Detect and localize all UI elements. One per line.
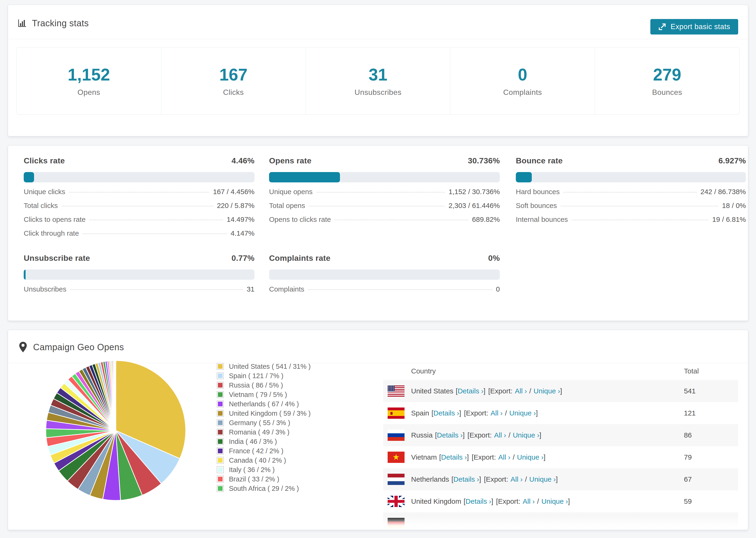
export-all-link[interactable]: All› — [515, 387, 527, 395]
table-row: Russia [Details›] [Export:All›/Unique›] … — [383, 424, 738, 446]
rate-title: Clicks rate — [24, 156, 65, 165]
legend-item[interactable]: United States ( 541 / 31% ) — [217, 362, 311, 371]
details-link[interactable]: Details› — [465, 497, 491, 506]
export-unique-link[interactable]: Unique› — [513, 431, 539, 439]
table-row: United States [Details›] [Export:All›/Un… — [383, 380, 738, 402]
summary-tile-complaints: 0 Complaints — [450, 47, 595, 114]
export-all-link[interactable]: All› — [491, 409, 503, 417]
details-link[interactable]: Details› — [433, 409, 459, 417]
rate-row: Soft bounces18 / 0% — [516, 202, 746, 215]
rate-title: Bounce rate — [516, 156, 563, 165]
bounce-rate-progressbar — [516, 172, 746, 183]
country-name: United States — [411, 387, 453, 395]
export-all-link[interactable]: All› — [523, 497, 535, 506]
us-flag-icon — [388, 385, 405, 397]
rate-row: Complaints0 — [269, 285, 500, 299]
vn-flag-icon — [388, 452, 405, 463]
rate-value: 0.77% — [232, 253, 254, 263]
export-all-link[interactable]: All› — [511, 475, 523, 483]
legend-swatch — [217, 457, 224, 464]
table-row: Netherlands [Details›] [Export:All›/Uniq… — [383, 468, 738, 490]
legend-item[interactable]: Germany ( 55 / 3% ) — [217, 418, 311, 427]
gb-flag-icon — [388, 496, 405, 507]
legend-swatch — [217, 401, 224, 407]
legend-item[interactable]: India ( 46 / 3% ) — [217, 437, 311, 446]
legend-swatch — [217, 485, 224, 492]
table-row: Vietnam [Details›] [Export:All›/Unique›]… — [383, 446, 738, 468]
legend-item[interactable]: Romania ( 49 / 3% ) — [217, 427, 311, 437]
total-value: 67 — [684, 468, 692, 490]
complaints-rate-progressbar — [269, 269, 500, 280]
export-unique-link[interactable]: Unique› — [509, 409, 536, 417]
country-name: Vietnam — [411, 453, 437, 461]
export-unique-link[interactable]: Unique› — [517, 453, 544, 461]
rates-card: Clicks rate 4.46% Unique clicks167 / 4.4… — [8, 145, 748, 321]
legend-swatch — [217, 429, 224, 436]
table-header: Country Total — [383, 365, 738, 380]
map-pin-icon — [19, 341, 27, 353]
legend-item[interactable]: Italy ( 36 / 2% ) — [217, 465, 311, 474]
export-basic-stats-button[interactable]: Export basic stats — [650, 19, 738, 34]
clicks-rate-block: Clicks rate 4.46% Unique clicks167 / 4.4… — [24, 156, 254, 243]
es-flag-icon — [388, 407, 405, 419]
bar-chart-icon — [17, 18, 27, 28]
details-link[interactable]: Details› — [458, 387, 483, 395]
nl-flag-icon — [388, 474, 405, 485]
export-unique-link[interactable]: Unique› — [534, 387, 560, 395]
geo-header: Campaign Geo Opens — [19, 341, 124, 353]
rate-row: Clicks to opens rate14.497% — [24, 215, 254, 229]
geo-table: Country Total United States [Details›] [… — [383, 365, 738, 530]
rate-row: Total opens2,303 / 61.446% — [269, 202, 500, 215]
rate-title: Unsubscribe rate — [24, 253, 90, 263]
bounces-count: 279 — [653, 65, 681, 84]
legend-swatch — [217, 438, 224, 445]
export-all-link[interactable]: All› — [498, 453, 510, 461]
rate-value: 30.736% — [468, 156, 500, 165]
legend-item[interactable]: Netherlands ( 67 / 4% ) — [217, 399, 311, 409]
legend-item[interactable]: United Kingdom ( 59 / 3% ) — [217, 409, 311, 418]
table-row: Spain [Details›] [Export:All›/Unique›] 1… — [383, 402, 738, 424]
export-unique-link[interactable]: Unique› — [529, 475, 556, 483]
export-all-link[interactable]: All› — [494, 431, 506, 439]
de-flag-icon — [388, 518, 405, 529]
summary-tiles: 1,152 Opens 167 Clicks 31 Unsubscribes 0… — [17, 47, 739, 115]
legend-item[interactable]: France ( 42 / 2% ) — [217, 446, 311, 456]
legend-swatch — [217, 363, 224, 370]
unsubscribes-count: 31 — [369, 65, 387, 84]
table-row-partial — [383, 512, 738, 530]
geo-pie-chart[interactable] — [45, 360, 187, 501]
details-link[interactable]: Details› — [453, 475, 479, 483]
opens-rate-progressbar — [269, 172, 500, 183]
legend-swatch — [217, 372, 224, 379]
details-link[interactable]: Details› — [437, 431, 463, 439]
rate-row: Unsubscribes31 — [24, 285, 254, 299]
rate-title: Opens rate — [269, 156, 311, 165]
legend-item[interactable]: Brazil ( 33 / 2% ) — [217, 474, 311, 484]
legend-swatch — [217, 419, 224, 426]
export-button-label: Export basic stats — [671, 23, 730, 31]
legend-item[interactable]: Canada ( 40 / 2% ) — [217, 456, 311, 465]
tracking-stats-header: Tracking stats — [17, 18, 89, 28]
pie-slice-other[interactable] — [115, 360, 116, 430]
summary-tile-clicks: 167 Clicks — [161, 47, 306, 114]
total-value: 86 — [684, 424, 692, 446]
legend-item[interactable]: Vietnam ( 79 / 5% ) — [217, 390, 311, 399]
total-value: 541 — [684, 380, 696, 402]
opens-count: 1,152 — [68, 65, 110, 84]
tracking-stats-card: Tracking stats Export basic stats 1,152 … — [8, 5, 748, 136]
rate-row: Unique clicks167 / 4.456% — [24, 188, 254, 202]
card-title: Tracking stats — [32, 18, 89, 28]
legend-item[interactable]: Spain ( 121 / 7% ) — [217, 371, 311, 381]
complaints-rate-block: Complaints rate 0% Complaints0 — [269, 253, 500, 299]
unsubscribe-rate-progressbar — [24, 269, 254, 280]
details-link[interactable]: Details› — [441, 453, 467, 461]
legend-item[interactable]: Russia ( 86 / 5% ) — [217, 381, 311, 390]
legend-item[interactable]: South Africa ( 29 / 2% ) — [217, 484, 311, 493]
total-column-header: Total — [684, 367, 699, 375]
export-icon — [658, 23, 666, 31]
complaints-label: Complaints — [503, 88, 542, 97]
export-unique-link[interactable]: Unique› — [541, 497, 568, 506]
rate-value: 6.927% — [719, 156, 746, 165]
summary-tile-bounces: 279 Bounces — [595, 47, 739, 114]
summary-tile-opens: 1,152 Opens — [17, 47, 161, 114]
